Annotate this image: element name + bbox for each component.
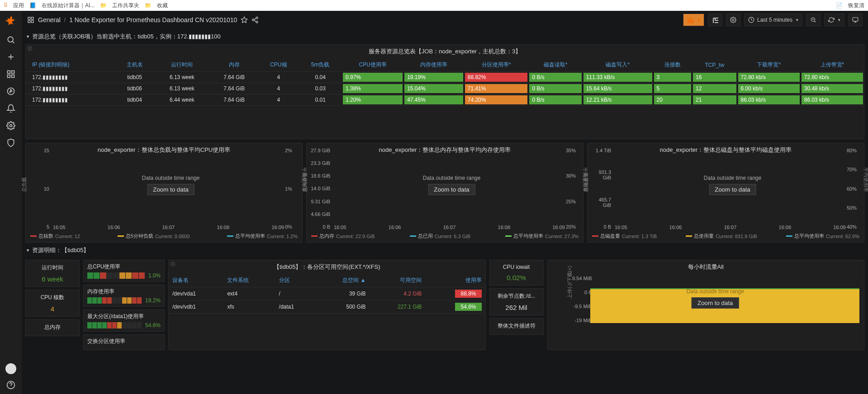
bar-stat: 内存使用率19.2%: [83, 285, 165, 307]
column-header[interactable]: TCP_tw: [692, 58, 737, 72]
column-header[interactable]: 内存使用率: [403, 58, 464, 72]
legend-item[interactable]: 总平均使用率 Current: 1.2%: [227, 233, 298, 239]
legend-item[interactable]: 总5分钟负载 Current: 0.0600: [118, 233, 190, 239]
chart-notice: Data outside time range: [704, 175, 761, 181]
legend-item[interactable]: 总内存 Current: 22.9 GiB: [311, 233, 375, 239]
stat-cores-label: CPU 核数: [28, 294, 77, 301]
explore-icon[interactable]: [6, 87, 15, 96]
table-row: /dev/vdb1xfs/data1500 GiB227.1 GiB54.6%: [169, 300, 485, 314]
legend-item[interactable]: 总平均使用率 Current: 27.3%: [505, 233, 579, 239]
column-header[interactable]: 分区使用率*: [464, 58, 529, 72]
bar-stat: 交换分区使用率: [83, 334, 165, 350]
svg-rect-15: [28, 20, 30, 23]
sidebar: [0, 11, 22, 350]
svg-point-18: [256, 17, 258, 19]
column-header[interactable]: 文件系统: [223, 274, 275, 287]
column-header[interactable]: CPU使用率: [342, 58, 403, 72]
config-icon[interactable]: [6, 121, 15, 130]
dashboards-icon[interactable]: [6, 70, 15, 79]
column-header[interactable]: 内存: [210, 58, 258, 72]
info-icon[interactable]: ⓘ: [28, 46, 32, 52]
disks-table: 设备名文件系统分区总空间 ▲可用空间使用率 /dev/vda1ext4/39 G…: [169, 274, 485, 314]
settings-button[interactable]: [726, 14, 740, 26]
breadcrumb-title[interactable]: 1 Node Exporter for Prometheus Dashboard…: [69, 16, 237, 23]
alerting-icon[interactable]: [6, 104, 15, 113]
shield-icon[interactable]: [6, 138, 15, 147]
breadcrumb-folder[interactable]: General: [38, 16, 61, 23]
chart-title: node_exporter：整体总负载与整体平均CPU使用率: [26, 143, 302, 157]
bar-stat: 最大分区(/data1)使用率54.6%: [83, 310, 165, 332]
column-header[interactable]: IP (链接到明细): [26, 58, 115, 72]
save-button[interactable]: [708, 14, 722, 26]
grafana-logo[interactable]: [5, 14, 17, 27]
svg-point-19: [252, 19, 254, 21]
row-overview-title: 资源总览（关联JOB项）当前选中主机：tidb05，实例：172.▮▮▮▮▮▮▮…: [32, 33, 221, 41]
tab-coll: 收藏: [157, 2, 168, 9]
svg-rect-23: [688, 19, 689, 23]
column-header[interactable]: 磁盘写入*: [583, 58, 653, 72]
share-icon[interactable]: [251, 16, 259, 23]
dashboard-icon: [27, 16, 34, 23]
add-panel-button[interactable]: +: [683, 14, 704, 26]
zoomout-button[interactable]: [806, 14, 821, 26]
tab-app: 应用: [13, 2, 24, 9]
svg-rect-16: [31, 20, 33, 23]
column-header[interactable]: 5m负载: [299, 58, 342, 72]
stat-cores: CPU 核数 4: [25, 290, 80, 317]
svg-marker-17: [242, 17, 247, 23]
svg-point-20: [256, 21, 258, 23]
ip-link[interactable]: 172.▮▮▮▮▮▮▮▮: [26, 83, 115, 94]
zoom-to-data-button[interactable]: Zoom to data: [709, 184, 756, 195]
column-header[interactable]: 运行时间: [154, 58, 210, 72]
svg-rect-4: [8, 71, 10, 74]
legend-item[interactable]: 总核数 Current: 12: [30, 233, 80, 239]
column-header[interactable]: 下载带宽*: [737, 58, 801, 72]
legend-item[interactable]: 总已用 Current: 6.3 GiB: [410, 233, 470, 239]
stat-totalmem: 总内存: [25, 319, 80, 336]
chart-notice: Data outside time range: [423, 175, 480, 181]
flow-zoom-button[interactable]: Zoom to data: [692, 297, 739, 309]
refresh-button[interactable]: ▾: [824, 14, 844, 26]
legend-item[interactable]: 总平均使用率 Current: 62.9%: [786, 233, 859, 239]
column-header[interactable]: CPU核: [258, 58, 299, 72]
stat-remain: 剩余节点数:/d... 262 Mil: [489, 288, 544, 315]
column-header[interactable]: 主机名: [115, 58, 154, 72]
timerange-button[interactable]: Last 5 minutes▾: [744, 14, 802, 26]
stat-descr: 整体文件描述符: [489, 318, 544, 335]
svg-rect-25: [692, 20, 693, 23]
column-header[interactable]: 可用空间: [370, 274, 426, 287]
ip-link[interactable]: 172.▮▮▮▮▮▮▮▮: [26, 72, 115, 83]
row-detail-toggle[interactable]: ▸资源明细：【tidb05】: [25, 243, 864, 258]
zoom-to-data-button[interactable]: Zoom to data: [147, 184, 194, 195]
column-header[interactable]: 磁盘读取*: [528, 58, 582, 72]
stat-iowait-value: 0.02%: [492, 274, 541, 281]
cycle-view-button[interactable]: [848, 14, 863, 26]
tab-work: 工作共享夹: [112, 2, 139, 9]
stat-uptime: 运行时间 6 week: [25, 260, 80, 287]
svg-rect-6: [8, 75, 10, 78]
row-overview-toggle[interactable]: ▸资源总览（关联JOB项）当前选中主机：tidb05，实例：172.▮▮▮▮▮▮…: [25, 29, 864, 44]
column-header[interactable]: 分区: [275, 274, 315, 287]
zoom-to-data-button[interactable]: Zoom to data: [428, 184, 475, 195]
overview-panel: ⓘ 服务器资源总览表【JOB：node_exporter，主机总数：3】 IP …: [25, 44, 864, 139]
svg-line-22: [254, 18, 256, 19]
search-icon[interactable]: [6, 35, 15, 44]
column-header[interactable]: 设备名: [169, 274, 223, 287]
chart-title: node_exporter：整体总内存与整体平均内存使用率: [307, 143, 583, 157]
svg-rect-31: [853, 18, 858, 21]
column-header[interactable]: 连接数: [653, 58, 692, 72]
row-detail-title: 资源明细：【tidb05】: [32, 246, 89, 254]
flow-ylabel: 上传(-)/下载(+): [566, 266, 573, 298]
column-header[interactable]: 使用率: [425, 274, 485, 287]
svg-marker-9: [10, 89, 12, 93]
column-header[interactable]: 总空间 ▲: [315, 274, 370, 287]
legend-item[interactable]: 总使用量 Current: 831.9 GiB: [686, 233, 757, 239]
ip-link[interactable]: 172.▮▮▮▮▮▮▮▮: [26, 94, 115, 106]
plus-icon[interactable]: [6, 52, 15, 61]
legend-item[interactable]: 总磁盘量 Current: 1.3 TiB: [592, 233, 657, 239]
column-header[interactable]: 上传带宽*: [801, 58, 864, 72]
svg-point-26: [732, 19, 734, 21]
table-row: 172.▮▮▮▮▮▮▮▮tidb046.44 week7.64 GiB40.01…: [26, 94, 864, 106]
star-icon[interactable]: [241, 16, 248, 23]
info-icon[interactable]: ⓘ: [171, 261, 175, 267]
